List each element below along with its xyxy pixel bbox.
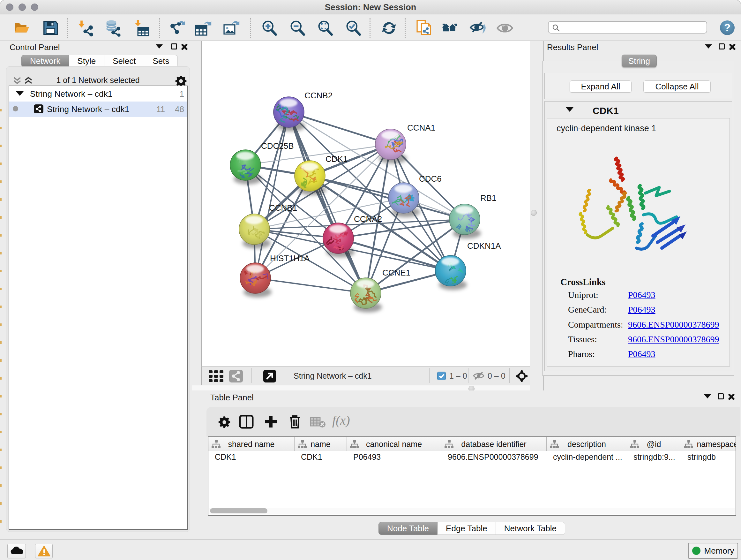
birdseye-grid-icon[interactable] [209,370,224,383]
delete-column-icon[interactable] [286,414,303,430]
selected-checkbox-icon[interactable] [437,372,446,380]
expand-all-button[interactable]: Expand All [569,80,631,92]
network-node-CDC6[interactable] [388,183,420,217]
vertical-splitter[interactable] [530,41,543,392]
tab-string[interactable]: String [622,55,657,67]
open-session-button[interactable] [12,19,32,37]
node-label-CCNA2[interactable]: CCNA2 [354,214,382,224]
results-panel-menu-icon[interactable] [705,44,712,51]
table-cell[interactable]: 9606.ENSP00000378699 [448,452,545,462]
node-label-RB1[interactable]: RB1 [480,193,496,203]
crosslink-link[interactable]: P06493 [628,305,656,315]
table-horizontal-scrollbar[interactable] [209,508,735,514]
node-label-CDK1[interactable]: CDK1 [326,154,347,164]
table-cell[interactable]: cyclin-dependent ... [553,452,626,462]
zoom-selected-button[interactable] [343,19,363,37]
apply-layout-button[interactable] [379,19,399,37]
table-cell[interactable]: stringdb [687,452,736,462]
network-node-CDKN1A[interactable] [435,255,467,290]
table-cell[interactable]: CDK1 [215,452,293,462]
edge-CCNB2-CCNA1[interactable] [289,112,391,144]
memory-button[interactable]: Memory [688,543,738,559]
control-panel-close-icon[interactable] [181,44,188,51]
tab-network[interactable]: Network [21,55,69,67]
network-node-CCNA2[interactable] [323,223,354,257]
open-in-window-icon[interactable] [263,370,276,382]
network-node-CDC25B[interactable] [230,150,262,184]
crosslink-link[interactable]: P06493 [628,349,656,359]
network-canvas[interactable]: CCNB2CCNA1CDC25BCDK1CDC6RB1CCNB1CCNA2CDK… [201,41,530,366]
network-share-toggle-icon[interactable] [229,370,243,382]
collection-expander-icon[interactable] [16,91,23,96]
gene-expander-icon[interactable] [566,107,574,112]
table-cell[interactable]: stringdb:9... [633,452,680,462]
column-header-5[interactable]: @id [627,437,681,451]
hide-selection-button[interactable] [468,19,488,37]
add-column-icon[interactable] [263,414,279,430]
help-button[interactable]: ? [720,20,735,35]
zoom-out-button[interactable] [287,19,307,37]
fit-content-target-icon[interactable] [516,370,528,383]
control-panel-menu-icon[interactable] [156,44,163,51]
node-label-CCNB2[interactable]: CCNB2 [305,91,333,101]
export-image-button[interactable] [221,19,241,37]
table-options-gear-icon[interactable] [216,414,232,430]
network-node-CCNB2[interactable] [273,97,305,131]
column-header-1[interactable]: name [294,437,347,451]
node-label-CCNE1[interactable]: CCNE1 [382,268,410,278]
tab-edge-table[interactable]: Edge Table [437,522,496,535]
network-node-RB1[interactable] [449,204,481,239]
column-header-0[interactable]: shared name [208,437,294,451]
table-panel-close-icon[interactable] [728,393,735,400]
network-collection-row[interactable]: String Network – cdk1 1 [9,86,187,102]
cloud-status-button[interactable] [7,544,26,558]
toggle-panes-icon[interactable] [238,414,255,430]
save-session-button[interactable] [41,19,60,37]
warnings-button[interactable] [35,544,53,558]
network-row-selected[interactable]: String Network – cdk1 11 48 [9,102,187,117]
zoom-in-button[interactable] [259,19,279,37]
tab-network-table[interactable]: Network Table [496,522,565,535]
tab-node-table[interactable]: Node Table [379,522,437,535]
control-panel-float-icon[interactable] [171,44,178,51]
splitter-handle[interactable] [531,210,537,216]
network-node-CDK1[interactable] [294,161,326,195]
node-label-HIST1H1A[interactable]: HIST1H1A [270,253,310,263]
column-header-3[interactable]: database identifier [441,437,547,451]
column-header-4[interactable]: description [547,437,627,451]
column-header-2[interactable]: canonical name [347,437,441,451]
search-input[interactable] [562,22,704,32]
network-node-CCNA1[interactable] [375,129,407,164]
import-network-database-button[interactable] [103,19,123,37]
results-panel-float-icon[interactable] [719,44,726,51]
edge-CCNB2-CCNE1[interactable] [289,112,366,293]
export-network-button[interactable] [167,19,187,37]
table-cell[interactable]: CDK1 [301,452,346,462]
node-label-CDC6[interactable]: CDC6 [419,174,442,184]
node-label-CDKN1A[interactable]: CDKN1A [467,241,501,251]
zoom-fit-button[interactable] [315,19,335,37]
network-node-CCNB1[interactable] [239,214,271,248]
node-label-CCNA1[interactable]: CCNA1 [407,123,435,133]
new-network-from-selection-button[interactable] [414,19,434,37]
tab-sets[interactable]: Sets [144,55,178,67]
import-table-file-button[interactable] [132,19,151,37]
export-table-button[interactable] [193,19,213,37]
collapse-all-button[interactable]: Collapse All [643,80,711,92]
tab-select[interactable]: Select [105,55,144,67]
tab-style[interactable]: Style [69,55,105,67]
show-all-button[interactable] [495,19,515,37]
table-cell[interactable]: P06493 [353,452,440,462]
crosslink-link[interactable]: 9606.ENSP00000378699 [628,320,719,330]
delete-table-icon[interactable] [310,414,326,430]
crosslink-link[interactable]: P06493 [628,290,656,300]
scrollbar-thumb[interactable] [210,508,267,513]
first-neighbors-button[interactable] [440,19,459,37]
import-network-file-button[interactable] [76,19,96,37]
node-label-CDC25B[interactable]: CDC25B [261,141,294,151]
network-node-CCNE1[interactable] [350,278,382,312]
results-panel-close-icon[interactable] [729,44,736,51]
function-builder-button[interactable]: f(x) [332,413,350,428]
gene-section-header[interactable]: CDK1 [545,102,732,118]
table-panel-float-icon[interactable] [718,393,725,400]
